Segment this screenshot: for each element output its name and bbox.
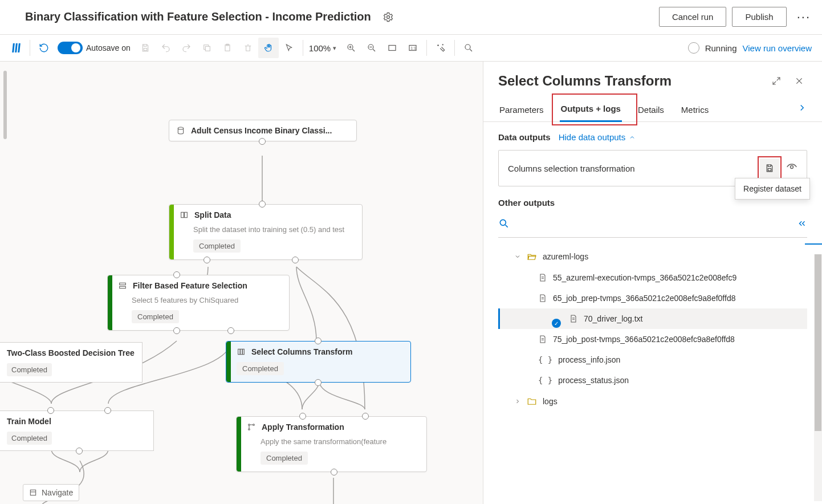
more-icon[interactable]: ··· xyxy=(797,10,811,25)
publish-button[interactable]: Publish xyxy=(732,7,786,27)
svg-point-26 xyxy=(500,220,506,225)
autosave-toggle[interactable] xyxy=(58,42,83,54)
status-running-icon xyxy=(688,42,699,54)
gear-icon[interactable] xyxy=(382,11,394,23)
node-title: Adult Census Income Binary Classi... xyxy=(191,126,332,135)
file-icon xyxy=(538,335,547,344)
tree-file[interactable]: 55_azureml-execution-tvmps_366a5021c2e00… xyxy=(498,267,807,288)
svg-rect-19 xyxy=(243,349,245,354)
library-icon[interactable] xyxy=(6,38,26,58)
chevron-down-icon xyxy=(514,253,521,260)
copy-icon xyxy=(197,38,217,58)
cursor-icon[interactable] xyxy=(279,38,299,58)
svg-point-20 xyxy=(249,424,250,426)
node-two-class-boosted-tree[interactable]: Two-Class Boosted Decision Tree Complete… xyxy=(0,342,143,383)
svg-rect-14 xyxy=(185,212,188,217)
preview-icon[interactable] xyxy=(786,161,797,175)
tree-file[interactable]: { } process_info.json xyxy=(498,349,807,370)
expand-icon[interactable] xyxy=(768,73,784,89)
canvas-float-button[interactable]: Navigate xyxy=(23,484,79,501)
node-filter-feature-selection[interactable]: Filter Based Feature Selection Select 5 … xyxy=(107,275,290,331)
node-title: Split Data xyxy=(194,210,231,220)
paste-icon xyxy=(217,38,238,58)
svg-rect-18 xyxy=(241,349,242,354)
autosave-label: Autosave on xyxy=(86,43,131,52)
tab-parameters[interactable]: Parameters xyxy=(498,100,545,121)
folder-open-icon xyxy=(527,251,537,262)
columns-icon xyxy=(237,347,246,356)
refresh-icon[interactable] xyxy=(34,38,54,58)
tab-details[interactable]: Details xyxy=(637,100,665,121)
search-icon[interactable] xyxy=(498,218,510,231)
register-dataset-icon[interactable] xyxy=(760,158,779,178)
node-title: Select Columns Transform xyxy=(251,347,352,356)
svg-rect-24 xyxy=(768,169,771,171)
chevron-down-icon[interactable]: ▾ xyxy=(333,44,336,52)
output-name: Columns selection transformation xyxy=(508,164,635,173)
svg-point-10 xyxy=(465,44,470,50)
tree-folder[interactable]: azureml-logs xyxy=(498,246,807,267)
canvas-scrollbar[interactable] xyxy=(3,71,7,139)
cancel-run-button[interactable]: Cancel run xyxy=(659,7,727,27)
tree-folder[interactable]: logs xyxy=(498,391,807,412)
check-icon: ✓ xyxy=(552,319,561,328)
chevron-right-icon[interactable] xyxy=(797,103,807,121)
zoom-out-icon[interactable] xyxy=(361,38,382,58)
actual-size-icon[interactable]: 1:1 xyxy=(402,38,423,58)
tooltip-register-dataset: Register dataset xyxy=(735,178,810,200)
status-badge: Completed xyxy=(193,239,241,253)
file-icon xyxy=(538,294,547,303)
panel-scrollbar[interactable] xyxy=(814,254,822,501)
zoom-level[interactable]: 100% xyxy=(309,43,331,53)
node-select-columns-transform[interactable]: Select Columns Transform Completed xyxy=(226,341,411,383)
tree-file[interactable]: 75_job_post-tvmps_366a5021c2e008efc9a8ef… xyxy=(498,329,807,349)
status-badge: Completed xyxy=(237,362,284,375)
svg-rect-17 xyxy=(238,349,240,354)
node-title: Apply Transformation xyxy=(262,422,344,432)
node-title: Train Model xyxy=(0,411,153,432)
tab-metrics[interactable]: Metrics xyxy=(680,100,710,121)
tree-file[interactable]: { } process_status.json xyxy=(498,370,807,391)
database-icon xyxy=(176,126,185,135)
undo-icon xyxy=(156,38,176,58)
pipeline-canvas[interactable]: Adult Census Income Binary Classi... Spl… xyxy=(0,62,483,504)
node-split-data[interactable]: Split Data Split the dataset into traini… xyxy=(169,204,363,260)
node-title: Filter Based Feature Selection xyxy=(133,281,247,290)
data-outputs-label: Data outputs xyxy=(498,132,551,142)
view-run-overview-link[interactable]: View run overview xyxy=(743,43,812,53)
braces-icon: { } xyxy=(538,355,552,364)
braces-icon: { } xyxy=(538,376,552,385)
search-icon[interactable] xyxy=(458,38,479,58)
node-dataset[interactable]: Adult Census Income Binary Classi... xyxy=(169,120,357,141)
status-running-label: Running xyxy=(705,43,737,53)
node-title: Two-Class Boosted Decision Tree xyxy=(0,343,142,363)
save-icon xyxy=(135,38,156,58)
svg-rect-15 xyxy=(120,283,126,284)
tree-file-selected[interactable]: ✓ 70_driver_log.txt xyxy=(498,308,807,329)
collapse-all-icon[interactable] xyxy=(797,218,807,231)
node-train-model[interactable]: Train Model Completed xyxy=(0,410,154,451)
magic-icon[interactable] xyxy=(430,38,451,58)
data-output-row: Columns selection transformation Registe… xyxy=(498,150,807,186)
node-apply-transformation[interactable]: Apply Transformation Apply the same tran… xyxy=(236,416,427,472)
redo-icon xyxy=(176,38,197,58)
status-badge: Completed xyxy=(261,452,308,465)
panel-title: Select Columns Transform xyxy=(498,73,762,89)
zoom-in-icon[interactable] xyxy=(341,38,361,58)
hide-data-outputs-link[interactable]: Hide data outputs xyxy=(559,132,636,142)
svg-point-22 xyxy=(249,429,250,430)
tab-outputs-logs[interactable]: Outputs + logs xyxy=(560,99,622,122)
status-badge: Completed xyxy=(7,363,52,376)
folder-icon xyxy=(527,396,537,407)
tree-file[interactable]: 65_job_prep-tvmps_366a5021c2e008efc9a8ef… xyxy=(498,288,807,308)
node-subtitle: Select 5 features by ChiSquared xyxy=(108,296,289,310)
chevron-right-icon xyxy=(514,398,521,405)
node-subtitle: Split the dataset into training set (0.5… xyxy=(169,225,362,239)
fit-screen-icon[interactable] xyxy=(382,38,402,58)
svg-point-0 xyxy=(386,15,389,18)
svg-rect-23 xyxy=(30,490,35,495)
close-icon[interactable] xyxy=(791,73,807,89)
hand-pan-icon[interactable] xyxy=(258,38,279,58)
svg-rect-16 xyxy=(120,286,126,288)
svg-point-25 xyxy=(791,166,793,169)
